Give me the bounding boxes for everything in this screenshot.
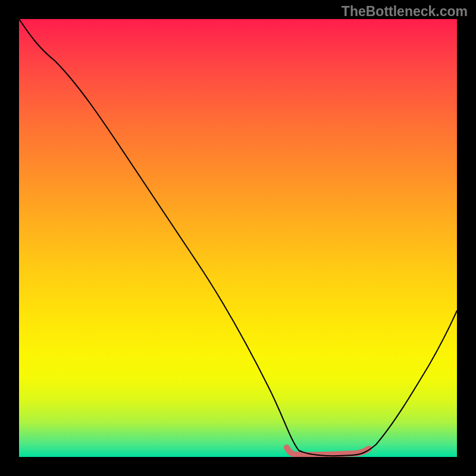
chart-plot-area xyxy=(19,19,457,457)
watermark: TheBottleneck.com xyxy=(342,4,468,20)
bottleneck-curve xyxy=(19,19,457,457)
